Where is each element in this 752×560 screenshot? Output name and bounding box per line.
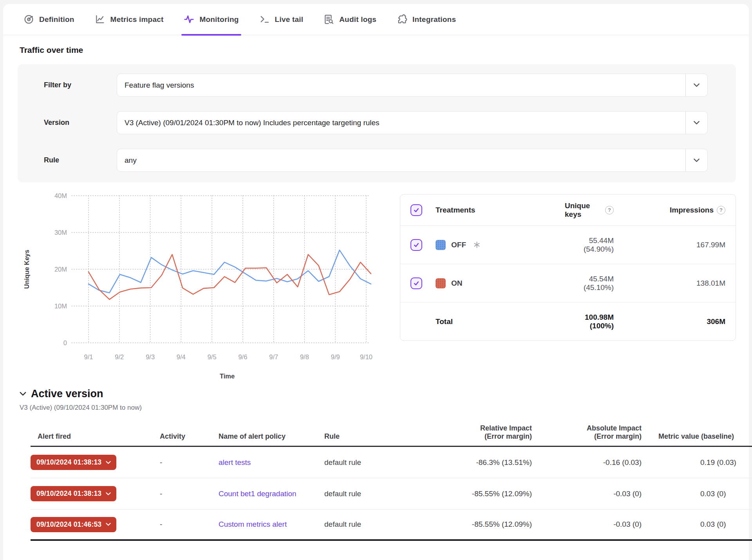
active-version-subtitle: V3 (Active) (09/10/2024 01:30PM to now)	[20, 404, 749, 412]
tab-metrics-impact[interactable]: Metrics impact	[95, 4, 164, 35]
relative-impact-cell: -85.55% (12.09%)	[407, 520, 532, 529]
treatment-on-checkbox[interactable]	[410, 277, 422, 289]
svg-text:Unique Keys: Unique Keys	[23, 250, 30, 289]
absolute-impact-cell: -0.03 (0)	[532, 520, 642, 529]
tab-live-tail[interactable]: Live tail	[259, 4, 304, 35]
metrics-chart-icon	[95, 14, 105, 25]
treatments-header-row: Treatments Unique keys ? Impressions ?	[400, 194, 736, 226]
col-alert-fired: Alert fired	[31, 432, 160, 441]
svg-text:30M: 30M	[54, 229, 67, 236]
tab-definition[interactable]: Definition	[24, 4, 74, 35]
treatments-select-all-checkbox[interactable]	[410, 204, 422, 216]
treatment-off-checkbox[interactable]	[410, 239, 422, 251]
off-series-color-swatch	[436, 240, 446, 250]
chart-and-legend-row: 010M20M30M40M9/19/29/39/49/59/69/79/89/9…	[20, 182, 749, 385]
active-version-toggle[interactable]: Active version	[20, 388, 749, 400]
alert-fired-timestamp: 09/10/2024 01:38:13	[36, 490, 101, 498]
version-dropdown[interactable]: V3 (Active) (09/01/2024 01:30PM to now) …	[117, 111, 708, 134]
relative-impact-cell: -85.55% (12.09%)	[407, 490, 532, 498]
document-search-icon	[324, 14, 334, 25]
rule-cell: default rule	[324, 490, 407, 498]
col-absolute-impact: Absolute Impact (Error margin)	[532, 424, 642, 441]
svg-text:40M: 40M	[54, 192, 67, 199]
rule-cell: default rule	[324, 458, 407, 467]
unique-keys-column-header: Unique keys ?	[565, 202, 614, 219]
filter-by-value: Feature flag versions	[117, 81, 685, 90]
tab-label: Metrics impact	[110, 15, 164, 24]
traffic-line-chart: 010M20M30M40M9/19/29/39/49/59/69/79/89/9…	[20, 187, 390, 385]
col-metric-value: Metric value (baseline)	[642, 432, 752, 441]
svg-text:9/4: 9/4	[177, 353, 186, 360]
svg-text:9/3: 9/3	[146, 353, 155, 360]
treatments-panel: Treatments Unique keys ? Impressions ?	[400, 194, 736, 341]
definition-target-icon	[24, 14, 34, 25]
filter-row-filter-by: Filter by Feature flag versions	[44, 74, 708, 97]
svg-text:0: 0	[63, 339, 67, 346]
svg-text:9/9: 9/9	[331, 353, 340, 360]
absolute-impact-line1: Absolute Impact	[532, 424, 642, 432]
metric-value-cell: 0.03 (0)	[642, 490, 752, 498]
svg-text:9/8: 9/8	[300, 353, 309, 360]
absolute-impact-line2: (Error margin)	[532, 432, 642, 441]
tab-label: Audit logs	[339, 15, 376, 24]
svg-text:Time: Time	[220, 373, 235, 380]
filter-panel: Filter by Feature flag versions Version …	[18, 64, 736, 182]
metric-value-cell: 0.19 (0.03)	[642, 458, 752, 467]
help-icon[interactable]: ?	[605, 206, 614, 214]
filter-by-label: Filter by	[44, 81, 117, 89]
absolute-impact-cell: -0.16 (0.03)	[532, 458, 642, 467]
alert-row: 09/10/2024 01:38:13 - alert tests defaul…	[31, 447, 752, 478]
alert-row: 09/10/2024 01:38:13 - Count bet1 degrada…	[31, 478, 752, 510]
rule-dropdown[interactable]: any	[117, 149, 708, 172]
treatments-title: Treatments	[436, 206, 565, 214]
treatment-row-off: OFF 55.44M (54.90%) 167.99M	[400, 226, 736, 264]
version-label: Version	[44, 119, 117, 127]
svg-text:9/6: 9/6	[238, 353, 247, 360]
alert-fired-badge[interactable]: 09/10/2024 01:38:13	[31, 455, 116, 470]
rule-cell: default rule	[324, 520, 407, 529]
activity-cell: -	[160, 490, 219, 498]
absolute-impact-cell: -0.03 (0)	[532, 490, 642, 498]
alert-fired-badge[interactable]: 09/10/2024 01:38:13	[31, 486, 116, 501]
col-relative-impact: Relative Impact (Error margin)	[407, 424, 532, 441]
tab-label: Monitoring	[199, 15, 239, 24]
metric-value-cell: 0.03 (0)	[642, 520, 752, 529]
impressions-column-header: Impressions ?	[614, 206, 725, 214]
alert-fired-badge[interactable]: 09/10/2024 01:46:53	[31, 517, 116, 532]
top-tab-card: Definition Metrics impact Monitoring Liv…	[3, 4, 749, 560]
tab-monitoring[interactable]: Monitoring	[184, 4, 239, 35]
help-icon[interactable]: ?	[717, 206, 725, 214]
alert-policy-link[interactable]: Custom metrics alert	[219, 520, 324, 529]
alert-fired-timestamp: 09/10/2024 01:38:13	[36, 458, 101, 466]
on-unique-keys-value: 45.54M (45.10%)	[565, 275, 614, 292]
total-impressions-value: 306M	[614, 317, 725, 326]
alert-policy-link[interactable]: Count bet1 degradation	[219, 490, 324, 498]
alert-fired-timestamp: 09/10/2024 01:46:53	[36, 520, 101, 529]
svg-text:9/7: 9/7	[269, 353, 278, 360]
relative-impact-line2: (Error margin)	[407, 432, 532, 441]
svg-text:9/1: 9/1	[84, 353, 93, 360]
on-impressions-value: 138.01M	[614, 279, 725, 288]
chevron-down-icon[interactable]	[685, 74, 707, 96]
chevron-down-icon[interactable]	[685, 149, 707, 171]
relative-impact-cell: -86.3% (13.51%)	[407, 458, 532, 467]
col-rule: Rule	[324, 432, 407, 441]
filter-by-dropdown[interactable]: Feature flag versions	[117, 74, 708, 97]
puzzle-icon	[397, 14, 407, 25]
chevron-down-icon	[106, 461, 111, 464]
chevron-down-icon	[20, 392, 26, 396]
alerts-table-header: Alert fired Activity Name of alert polic…	[31, 424, 752, 447]
tab-audit-logs[interactable]: Audit logs	[324, 4, 376, 35]
alert-policy-link[interactable]: alert tests	[219, 458, 324, 467]
col-policy: Name of alert policy	[219, 432, 324, 441]
svg-text:10M: 10M	[54, 303, 67, 310]
pulse-icon	[184, 14, 194, 25]
unique-keys-header-label: Unique keys	[565, 202, 602, 219]
total-label: Total	[436, 317, 565, 326]
tab-integrations[interactable]: Integrations	[397, 4, 456, 35]
off-impressions-value: 167.99M	[614, 241, 725, 249]
active-version-section: Active version V3 (Active) (09/10/2024 0…	[20, 388, 749, 541]
chevron-down-icon[interactable]	[685, 112, 707, 134]
alerts-table: Alert fired Activity Name of alert polic…	[31, 424, 752, 541]
rule-label: Rule	[44, 156, 117, 164]
